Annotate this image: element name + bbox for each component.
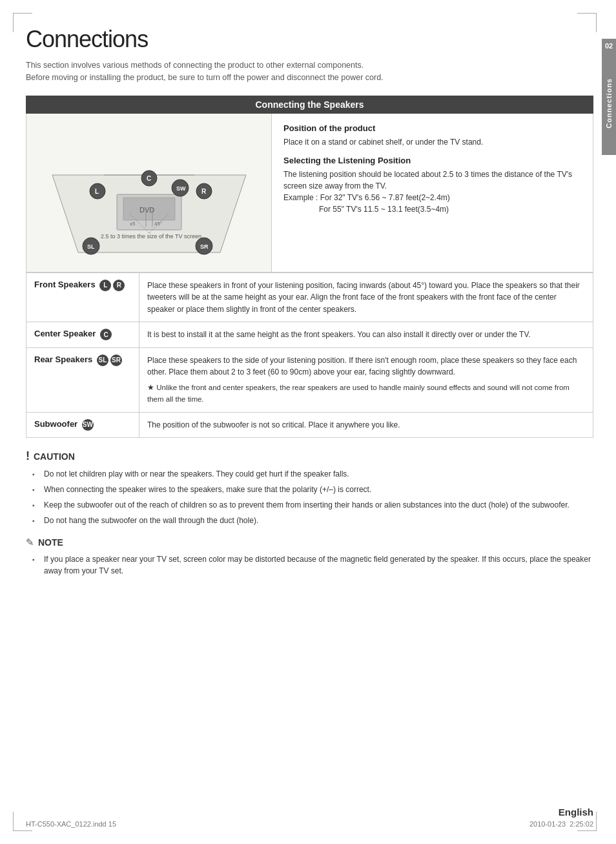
page-footer: HT-C550-XAC_0122.indd 15 English 2010-01…: [26, 807, 593, 828]
selecting-position-title: Selecting the Listening Position: [283, 156, 581, 165]
note-header: ✎ NOTE: [26, 537, 593, 548]
diagram-section: DVD 2.5 to 3 times the size of the TV sc…: [26, 114, 593, 273]
caution-section: ! CAUTION Do not let children play with …: [26, 449, 593, 526]
speaker-badge: SR: [110, 355, 122, 366]
note-list: If you place a speaker near your TV set,…: [26, 553, 593, 577]
table-row: Rear Speakers SLSRPlace these speakers t…: [26, 347, 593, 412]
position-of-product-text: Place it on a stand or cabinet shelf, or…: [283, 136, 581, 148]
side-tab-label: Connections: [605, 78, 613, 129]
side-tab: Connections: [602, 52, 616, 155]
page-title: Connections: [26, 26, 593, 53]
speaker-note: ★ Unlike the front and center speakers, …: [147, 382, 585, 406]
svg-text:SL: SL: [87, 243, 95, 250]
note-icon: ✎: [26, 537, 34, 548]
caution-item: Do not let children play with or near th…: [32, 468, 593, 480]
speaker-badge: L: [99, 280, 111, 291]
intro-line2: Before moving or installing the product,…: [26, 72, 593, 84]
table-row: Front Speakers LRPlace these speakers in…: [26, 273, 593, 322]
caution-item: When connecting the speaker wires to the…: [32, 484, 593, 495]
speaker-table: Front Speakers LRPlace these speakers in…: [26, 273, 593, 438]
speaker-label: Subwoofer SW: [26, 412, 139, 438]
svg-text:L: L: [95, 188, 99, 195]
speaker-badge: SL: [97, 355, 108, 366]
section-header: Connecting the Speakers: [26, 96, 593, 114]
svg-text:SR: SR: [200, 243, 209, 250]
example-line2: For 55" TV's 11.5 ~ 13.1 feet(3.5~4m): [283, 205, 449, 214]
speaker-description: The position of the subwoofer is not so …: [139, 412, 593, 438]
caution-item: Do not hang the subwoofer on the wall th…: [32, 515, 593, 526]
speaker-badge: R: [113, 280, 125, 291]
footer-left: HT-C550-XAC_0122.indd 15: [26, 820, 116, 828]
caution-list: Do not let children play with or near th…: [26, 468, 593, 526]
speaker-label: Center Speaker C: [26, 322, 139, 348]
table-row: Center Speaker CIt is best to install it…: [26, 322, 593, 348]
caution-header: ! CAUTION: [26, 449, 593, 463]
example-line1: Example : For 32" TV's 6.56 ~ 7.87 feet(…: [283, 193, 450, 202]
position-of-product-title: Position of the product: [283, 123, 581, 133]
footer-date-time: 2010-01-23 2:25:02: [529, 820, 593, 828]
svg-text:x5: x5: [130, 221, 136, 227]
selecting-position-text: The listening position should be located…: [283, 169, 581, 215]
speaker-label: Rear Speakers SLSR: [26, 347, 139, 412]
svg-text:R: R: [201, 188, 207, 195]
speaker-diagram: DVD 2.5 to 3 times the size of the TV sc…: [39, 123, 259, 265]
speaker-description: Place these speakers in front of your li…: [139, 273, 593, 322]
svg-text:2.5 to 3 times the size of the: 2.5 to 3 times the size of the TV screen: [101, 233, 201, 240]
intro-line1: This section involves various methods of…: [26, 59, 593, 72]
intro-text: This section involves various methods of…: [26, 59, 593, 84]
svg-text:45°: 45°: [154, 221, 162, 227]
caution-exclaim-icon: !: [26, 449, 30, 463]
diagram-left: DVD 2.5 to 3 times the size of the TV sc…: [26, 114, 272, 272]
footer-language: English: [529, 807, 593, 818]
speaker-description: It is best to install it at the same hei…: [139, 322, 593, 348]
side-tab-number: 02: [602, 39, 616, 53]
note-title: NOTE: [38, 537, 63, 548]
note-section: ✎ NOTE If you place a speaker near your …: [26, 537, 593, 577]
table-row: Subwoofer SWThe position of the subwoofe…: [26, 412, 593, 438]
speaker-description: Place these speakers to the side of your…: [139, 347, 593, 412]
diagram-right: Position of the product Place it on a st…: [272, 114, 593, 272]
note-item: If you place a speaker near your TV set,…: [32, 553, 593, 577]
speaker-label: Front Speakers LR: [26, 273, 139, 322]
speaker-badge: SW: [82, 419, 94, 431]
footer-right: English 2010-01-23 2:25:02: [529, 807, 593, 828]
svg-text:C: C: [147, 175, 151, 182]
svg-text:SW: SW: [176, 185, 186, 192]
speaker-badge: C: [100, 329, 112, 340]
caution-title: CAUTION: [34, 451, 75, 462]
main-content: Connections This section involves variou…: [26, 26, 593, 818]
caution-item: Keep the subwoofer out of the reach of c…: [32, 499, 593, 511]
